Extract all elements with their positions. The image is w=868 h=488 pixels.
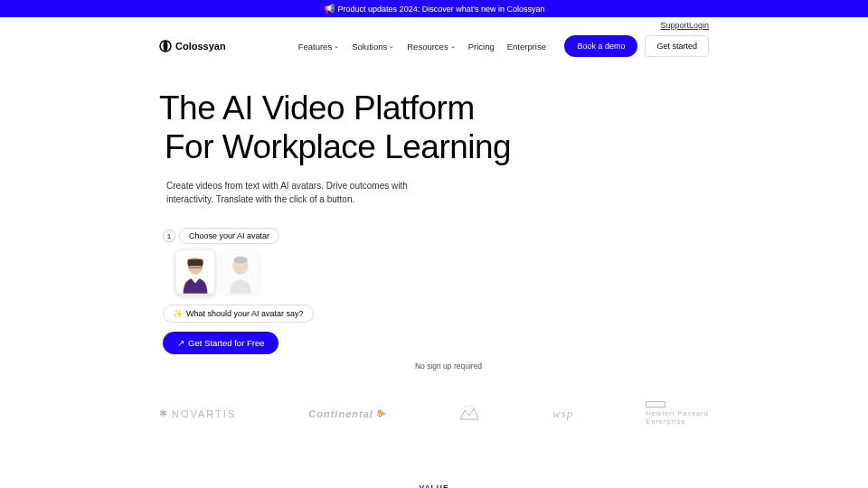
sparkle-icon: ✨ bbox=[173, 309, 183, 318]
logo-paramount bbox=[458, 405, 480, 423]
logo-text: Colossyan bbox=[175, 41, 226, 52]
svg-point-8 bbox=[233, 257, 247, 264]
nav-solutions[interactable]: Solutions⌄ bbox=[352, 42, 394, 52]
step-label: Choose your AI avatar bbox=[179, 228, 279, 244]
avatar-option-1[interactable] bbox=[175, 249, 215, 295]
logo-novartis: ✱ NOVARTIS bbox=[159, 408, 236, 419]
support-link[interactable]: Support bbox=[660, 21, 689, 30]
hero-subtitle: Create videos from text with AI avatars.… bbox=[166, 179, 420, 206]
navbar: Colossyan Features⌄ Solutions⌄ Resources… bbox=[0, 30, 868, 62]
avatar-selector: 1 Choose your AI avatar bbox=[163, 228, 289, 295]
nav-actions: Book a demo Get started bbox=[564, 35, 709, 57]
nav-features[interactable]: Features⌄ bbox=[298, 42, 340, 52]
value-label: VALUE bbox=[0, 483, 868, 488]
svg-point-1 bbox=[164, 41, 168, 52]
chevron-down-icon: ⌄ bbox=[450, 42, 456, 50]
get-started-button[interactable]: Get started bbox=[645, 35, 709, 57]
hero-section: The AI Video Platform For Workplace Lear… bbox=[0, 62, 868, 371]
external-link-icon: ↗ bbox=[177, 338, 184, 348]
top-links: Support Login bbox=[0, 17, 868, 30]
announcement-text: Product updates 2024: Discover what's ne… bbox=[338, 5, 545, 14]
hero-title: The AI Video Platform For Workplace Lear… bbox=[159, 89, 709, 166]
novartis-icon: ✱ bbox=[159, 408, 169, 419]
avatar-option-2[interactable] bbox=[221, 249, 260, 295]
logo-continental: Continental🐎 bbox=[308, 408, 386, 419]
prompt-row: ✨ What should your AI avatar say? bbox=[163, 304, 709, 323]
announcement-bar[interactable]: 📢 Product updates 2024: Discover what's … bbox=[0, 0, 868, 17]
login-link[interactable]: Login bbox=[689, 21, 709, 30]
logo-icon bbox=[159, 40, 172, 52]
book-demo-button[interactable]: Book a demo bbox=[564, 35, 637, 57]
prompt-input[interactable]: ✨ What should your AI avatar say? bbox=[163, 305, 314, 323]
logo-hpe: Hewlett Packard Enterprise bbox=[646, 401, 709, 426]
step-number: 1 bbox=[163, 230, 175, 242]
nav-pricing[interactable]: Pricing bbox=[468, 42, 495, 52]
nav-resources[interactable]: Resources⌄ bbox=[407, 42, 455, 52]
logo-wsp: wsp bbox=[552, 407, 573, 421]
nav-enterprise[interactable]: Enterprise bbox=[507, 42, 546, 52]
chevron-down-icon: ⌄ bbox=[389, 42, 394, 50]
value-section: VALUE A solution built around you We des… bbox=[0, 456, 868, 488]
logo[interactable]: Colossyan bbox=[159, 40, 226, 52]
no-signup-note: No sign up required bbox=[188, 361, 709, 371]
get-started-free-button[interactable]: ↗ Get Started for Free bbox=[163, 332, 278, 354]
svg-rect-4 bbox=[187, 259, 203, 267]
nav-menu: Features⌄ Solutions⌄ Resources⌄ Pricing … bbox=[298, 42, 546, 52]
client-logos: ✱ NOVARTIS Continental🐎 wsp Hewlett Pack… bbox=[0, 371, 868, 456]
cta-row: ↗ Get Started for Free No sign up requir… bbox=[163, 332, 709, 371]
chevron-down-icon: ⌄ bbox=[334, 42, 339, 50]
megaphone-icon: 📢 bbox=[324, 4, 335, 14]
